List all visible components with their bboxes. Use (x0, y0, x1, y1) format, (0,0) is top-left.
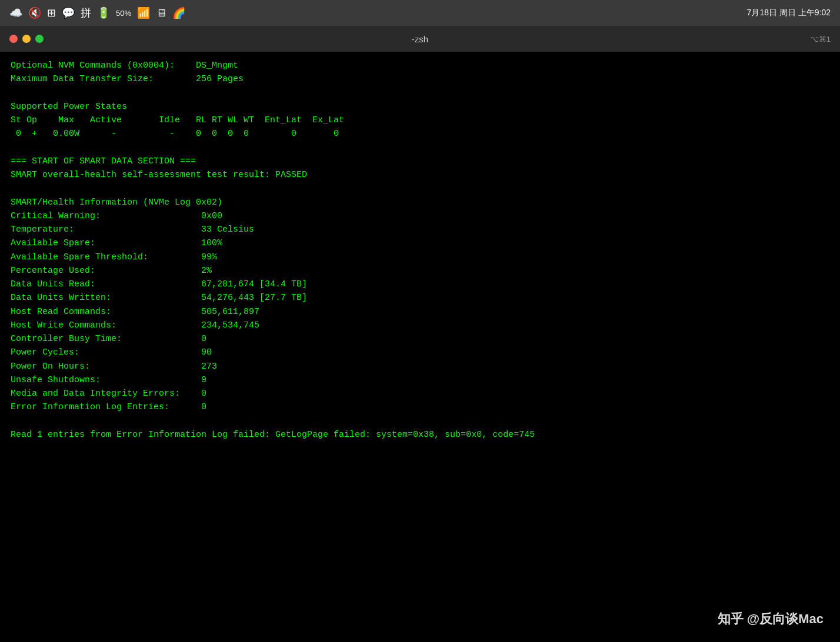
terminal-window: -zsh ⌥⌘1 Optional NVM Commands (0x0004):… (0, 26, 840, 642)
battery-percent: 50% (116, 9, 131, 18)
terminal-content[interactable]: Optional NVM Commands (0x0004): DS_Mngmt… (0, 52, 840, 642)
menubar: ☁️ 🔇 ⊞ 💬 拼 🔋 50% 📶 🖥 🌈 7月18日 周日 上午9:02 (0, 0, 840, 26)
screen-mirror-icon: 🖥 (156, 7, 166, 19)
close-button[interactable] (9, 35, 18, 43)
title-bar: -zsh ⌥⌘1 (0, 26, 840, 52)
windows-icon: ⊞ (47, 6, 56, 19)
traffic-lights[interactable] (9, 35, 44, 43)
minimize-button[interactable] (22, 35, 31, 43)
input-icon: 拼 (81, 6, 91, 20)
cloud-icon: ☁️ (9, 6, 22, 19)
wechat-icon: 💬 (62, 6, 75, 19)
terminal-title: -zsh (412, 34, 428, 44)
battery-icon: 🔋 (97, 6, 110, 19)
wifi-icon: 📶 (137, 6, 150, 19)
mute-icon: 🔇 (28, 6, 41, 19)
siri-icon: 🌈 (172, 6, 185, 19)
menubar-left: ☁️ 🔇 ⊞ 💬 拼 🔋 50% 📶 🖥 🌈 (9, 6, 185, 20)
terminal-shortcut: ⌥⌘1 (810, 35, 831, 44)
maximize-button[interactable] (35, 35, 44, 43)
menubar-right: 7月18日 周日 上午9:02 (747, 8, 831, 18)
datetime: 7月18日 周日 上午9:02 (747, 8, 831, 18)
